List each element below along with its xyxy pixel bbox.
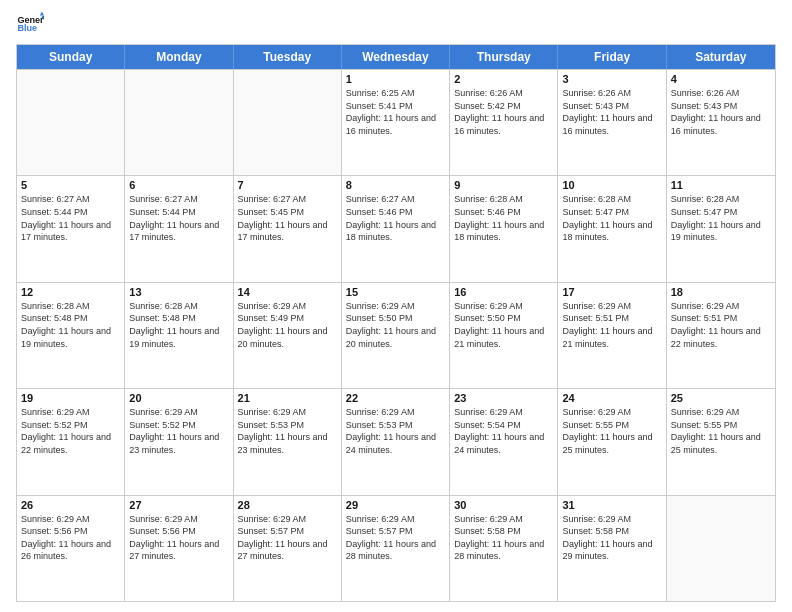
calendar-cell: 17Sunrise: 6:29 AM Sunset: 5:51 PM Dayli…: [558, 283, 666, 388]
weekday-header-saturday: Saturday: [667, 45, 775, 69]
calendar-cell: 19Sunrise: 6:29 AM Sunset: 5:52 PM Dayli…: [17, 389, 125, 494]
cell-info: Sunrise: 6:26 AM Sunset: 5:43 PM Dayligh…: [562, 87, 661, 137]
calendar-cell: 2Sunrise: 6:26 AM Sunset: 5:42 PM Daylig…: [450, 70, 558, 175]
day-number: 16: [454, 286, 553, 298]
calendar-cell: [125, 70, 233, 175]
calendar-cell: 24Sunrise: 6:29 AM Sunset: 5:55 PM Dayli…: [558, 389, 666, 494]
logo: General Blue: [16, 10, 44, 38]
calendar-cell: 7Sunrise: 6:27 AM Sunset: 5:45 PM Daylig…: [234, 176, 342, 281]
calendar-cell: [17, 70, 125, 175]
calendar-cell: 9Sunrise: 6:28 AM Sunset: 5:46 PM Daylig…: [450, 176, 558, 281]
day-number: 14: [238, 286, 337, 298]
calendar-cell: 28Sunrise: 6:29 AM Sunset: 5:57 PM Dayli…: [234, 496, 342, 601]
day-number: 22: [346, 392, 445, 404]
calendar-cell: 31Sunrise: 6:29 AM Sunset: 5:58 PM Dayli…: [558, 496, 666, 601]
page-header: General Blue: [16, 10, 776, 38]
day-number: 26: [21, 499, 120, 511]
cell-info: Sunrise: 6:26 AM Sunset: 5:43 PM Dayligh…: [671, 87, 771, 137]
calendar-cell: 20Sunrise: 6:29 AM Sunset: 5:52 PM Dayli…: [125, 389, 233, 494]
calendar-cell: 3Sunrise: 6:26 AM Sunset: 5:43 PM Daylig…: [558, 70, 666, 175]
cell-info: Sunrise: 6:29 AM Sunset: 5:58 PM Dayligh…: [562, 513, 661, 563]
day-number: 7: [238, 179, 337, 191]
cell-info: Sunrise: 6:29 AM Sunset: 5:54 PM Dayligh…: [454, 406, 553, 456]
day-number: 8: [346, 179, 445, 191]
calendar-cell: 15Sunrise: 6:29 AM Sunset: 5:50 PM Dayli…: [342, 283, 450, 388]
day-number: 30: [454, 499, 553, 511]
cell-info: Sunrise: 6:27 AM Sunset: 5:45 PM Dayligh…: [238, 193, 337, 243]
cell-info: Sunrise: 6:28 AM Sunset: 5:48 PM Dayligh…: [129, 300, 228, 350]
weekday-header-friday: Friday: [558, 45, 666, 69]
calendar-cell: [667, 496, 775, 601]
day-number: 13: [129, 286, 228, 298]
calendar-cell: 5Sunrise: 6:27 AM Sunset: 5:44 PM Daylig…: [17, 176, 125, 281]
day-number: 19: [21, 392, 120, 404]
calendar-row-2: 12Sunrise: 6:28 AM Sunset: 5:48 PM Dayli…: [17, 282, 775, 388]
calendar-cell: 10Sunrise: 6:28 AM Sunset: 5:47 PM Dayli…: [558, 176, 666, 281]
day-number: 29: [346, 499, 445, 511]
cell-info: Sunrise: 6:26 AM Sunset: 5:42 PM Dayligh…: [454, 87, 553, 137]
calendar-cell: 11Sunrise: 6:28 AM Sunset: 5:47 PM Dayli…: [667, 176, 775, 281]
cell-info: Sunrise: 6:29 AM Sunset: 5:51 PM Dayligh…: [562, 300, 661, 350]
calendar-cell: 18Sunrise: 6:29 AM Sunset: 5:51 PM Dayli…: [667, 283, 775, 388]
day-number: 18: [671, 286, 771, 298]
day-number: 20: [129, 392, 228, 404]
day-number: 27: [129, 499, 228, 511]
cell-info: Sunrise: 6:29 AM Sunset: 5:55 PM Dayligh…: [671, 406, 771, 456]
calendar-header: SundayMondayTuesdayWednesdayThursdayFrid…: [17, 45, 775, 69]
cell-info: Sunrise: 6:29 AM Sunset: 5:50 PM Dayligh…: [346, 300, 445, 350]
calendar-cell: 30Sunrise: 6:29 AM Sunset: 5:58 PM Dayli…: [450, 496, 558, 601]
day-number: 28: [238, 499, 337, 511]
calendar-row-4: 26Sunrise: 6:29 AM Sunset: 5:56 PM Dayli…: [17, 495, 775, 601]
calendar-cell: 4Sunrise: 6:26 AM Sunset: 5:43 PM Daylig…: [667, 70, 775, 175]
day-number: 31: [562, 499, 661, 511]
day-number: 3: [562, 73, 661, 85]
cell-info: Sunrise: 6:29 AM Sunset: 5:56 PM Dayligh…: [21, 513, 120, 563]
cell-info: Sunrise: 6:28 AM Sunset: 5:47 PM Dayligh…: [671, 193, 771, 243]
calendar-cell: [234, 70, 342, 175]
day-number: 2: [454, 73, 553, 85]
calendar-cell: 26Sunrise: 6:29 AM Sunset: 5:56 PM Dayli…: [17, 496, 125, 601]
day-number: 11: [671, 179, 771, 191]
weekday-header-wednesday: Wednesday: [342, 45, 450, 69]
calendar-cell: 8Sunrise: 6:27 AM Sunset: 5:46 PM Daylig…: [342, 176, 450, 281]
calendar-cell: 25Sunrise: 6:29 AM Sunset: 5:55 PM Dayli…: [667, 389, 775, 494]
svg-text:Blue: Blue: [17, 23, 37, 33]
cell-info: Sunrise: 6:29 AM Sunset: 5:57 PM Dayligh…: [238, 513, 337, 563]
weekday-header-sunday: Sunday: [17, 45, 125, 69]
cell-info: Sunrise: 6:29 AM Sunset: 5:50 PM Dayligh…: [454, 300, 553, 350]
cell-info: Sunrise: 6:29 AM Sunset: 5:53 PM Dayligh…: [238, 406, 337, 456]
calendar-cell: 22Sunrise: 6:29 AM Sunset: 5:53 PM Dayli…: [342, 389, 450, 494]
calendar-row-3: 19Sunrise: 6:29 AM Sunset: 5:52 PM Dayli…: [17, 388, 775, 494]
calendar-cell: 21Sunrise: 6:29 AM Sunset: 5:53 PM Dayli…: [234, 389, 342, 494]
cell-info: Sunrise: 6:28 AM Sunset: 5:47 PM Dayligh…: [562, 193, 661, 243]
calendar-cell: 12Sunrise: 6:28 AM Sunset: 5:48 PM Dayli…: [17, 283, 125, 388]
cell-info: Sunrise: 6:29 AM Sunset: 5:58 PM Dayligh…: [454, 513, 553, 563]
calendar-row-1: 5Sunrise: 6:27 AM Sunset: 5:44 PM Daylig…: [17, 175, 775, 281]
calendar-cell: 1Sunrise: 6:25 AM Sunset: 5:41 PM Daylig…: [342, 70, 450, 175]
calendar: SundayMondayTuesdayWednesdayThursdayFrid…: [16, 44, 776, 602]
cell-info: Sunrise: 6:29 AM Sunset: 5:57 PM Dayligh…: [346, 513, 445, 563]
calendar-cell: 13Sunrise: 6:28 AM Sunset: 5:48 PM Dayli…: [125, 283, 233, 388]
day-number: 1: [346, 73, 445, 85]
day-number: 5: [21, 179, 120, 191]
cell-info: Sunrise: 6:25 AM Sunset: 5:41 PM Dayligh…: [346, 87, 445, 137]
day-number: 25: [671, 392, 771, 404]
cell-info: Sunrise: 6:29 AM Sunset: 5:52 PM Dayligh…: [129, 406, 228, 456]
cell-info: Sunrise: 6:27 AM Sunset: 5:44 PM Dayligh…: [129, 193, 228, 243]
day-number: 24: [562, 392, 661, 404]
calendar-cell: 16Sunrise: 6:29 AM Sunset: 5:50 PM Dayli…: [450, 283, 558, 388]
calendar-cell: 27Sunrise: 6:29 AM Sunset: 5:56 PM Dayli…: [125, 496, 233, 601]
day-number: 21: [238, 392, 337, 404]
calendar-cell: 23Sunrise: 6:29 AM Sunset: 5:54 PM Dayli…: [450, 389, 558, 494]
weekday-header-tuesday: Tuesday: [234, 45, 342, 69]
day-number: 9: [454, 179, 553, 191]
cell-info: Sunrise: 6:29 AM Sunset: 5:53 PM Dayligh…: [346, 406, 445, 456]
weekday-header-thursday: Thursday: [450, 45, 558, 69]
day-number: 12: [21, 286, 120, 298]
calendar-cell: 14Sunrise: 6:29 AM Sunset: 5:49 PM Dayli…: [234, 283, 342, 388]
day-number: 10: [562, 179, 661, 191]
cell-info: Sunrise: 6:27 AM Sunset: 5:44 PM Dayligh…: [21, 193, 120, 243]
cell-info: Sunrise: 6:29 AM Sunset: 5:56 PM Dayligh…: [129, 513, 228, 563]
cell-info: Sunrise: 6:29 AM Sunset: 5:51 PM Dayligh…: [671, 300, 771, 350]
day-number: 23: [454, 392, 553, 404]
